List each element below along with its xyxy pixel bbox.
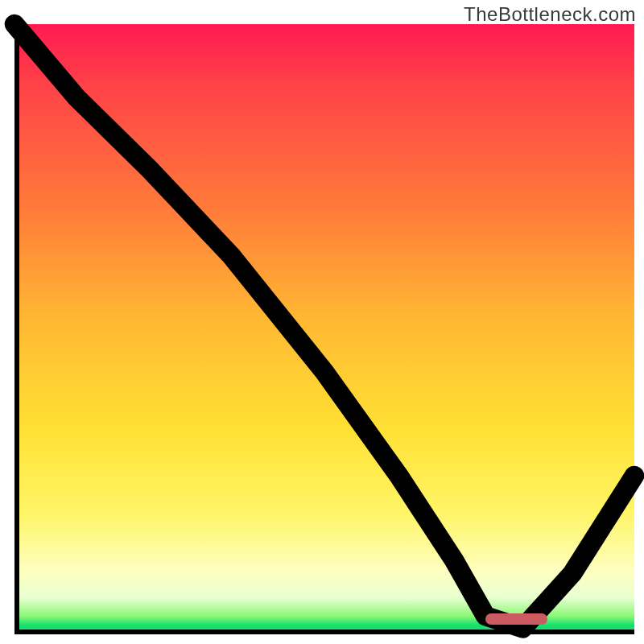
watermark-text: TheBottleneck.com	[464, 3, 636, 26]
curve-path	[14, 24, 634, 628]
chart-container: TheBottleneck.com	[0, 0, 644, 644]
bottleneck-curve	[14, 24, 634, 634]
optimal-range-marker	[485, 613, 547, 625]
plot-area	[14, 24, 634, 634]
plot-inner	[14, 24, 634, 634]
